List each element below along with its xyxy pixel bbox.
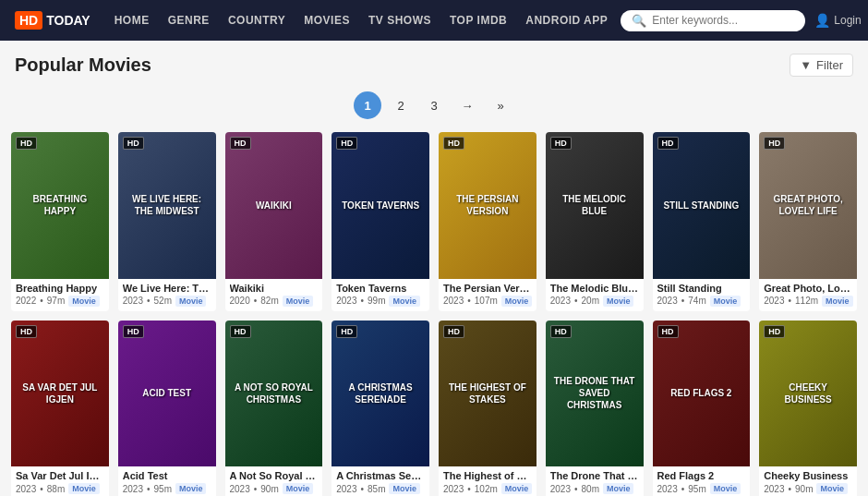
movie-meta: 2023•90mMovie [764, 483, 852, 494]
search-input[interactable] [652, 14, 794, 27]
movie-poster-bg: WE LIVE HERE: THE MIDWEST [118, 132, 216, 279]
movie-duration: 107m [475, 296, 498, 306]
movie-title: Acid Test [123, 470, 211, 481]
movie-type-badge: Movie [389, 483, 420, 494]
movie-card[interactable]: CHEEKY BUSINESSHDCheeky Business2023•90m… [759, 321, 857, 496]
nav-item-genre[interactable]: GENRE [159, 0, 219, 41]
hd-badge: HD [230, 137, 251, 150]
movie-year: 2023 [336, 484, 356, 494]
nav-item-android[interactable]: ANDROID APP [516, 0, 617, 41]
movie-title: A Not So Royal Christmas [230, 470, 319, 481]
movie-meta: 2023•112mMovie [764, 296, 852, 307]
movie-title: Still Standing [657, 283, 746, 294]
movie-year: 2023 [550, 484, 571, 494]
movie-year: 2023 [764, 296, 784, 306]
movie-card[interactable]: ACID TESTHDAcid Test2023•95mMovie [118, 321, 216, 496]
nav-item-tvshows[interactable]: TV SHOWS [359, 0, 440, 41]
movie-title: We Live Here: The Midwest [123, 283, 211, 294]
login-button[interactable]: 👤 Login [814, 13, 861, 28]
movie-duration: 82m [260, 296, 278, 306]
movie-type-badge: Movie [175, 483, 207, 494]
movie-meta: 2023•107mMovie [443, 296, 532, 307]
movie-duration: 74m [688, 296, 705, 306]
movie-duration: 95m [688, 484, 705, 494]
movie-title: Red Flags 2 [657, 470, 746, 481]
dot-separator: • [467, 484, 471, 494]
movie-duration: 20m [582, 296, 599, 306]
hd-badge: HD [550, 137, 572, 150]
page-title: Popular Movies [15, 54, 151, 76]
movie-year: 2023 [657, 296, 678, 306]
movie-card[interactable]: A CHRISTMAS SERENADEHDA Christmas Serena… [332, 321, 429, 496]
movie-year: 2023 [123, 484, 143, 494]
movie-poster-bg: THE HIGHEST OF STAKES [439, 321, 536, 467]
movie-card[interactable]: THE HIGHEST OF STAKESHDThe Highest of St… [439, 321, 536, 496]
search-icon: 🔍 [632, 14, 646, 28]
header: HD TODAY HOMEGENRECOUNTRYMOVIESTV SHOWST… [0, 0, 868, 41]
movie-card[interactable]: BREATHING HAPPYHDBreathing Happy2022•97m… [11, 132, 109, 311]
movie-meta: 2023•85mMovie [336, 483, 425, 494]
nav-item-home[interactable]: HOME [105, 0, 159, 41]
movie-year: 2023 [336, 296, 356, 306]
movie-type-badge: Movie [283, 296, 314, 307]
page-btn-3[interactable]: 3 [420, 91, 448, 119]
movie-duration: 112m [795, 296, 818, 306]
dot-separator: • [361, 484, 365, 494]
movie-title: The Melodic Blue: Baby Ke... [550, 283, 639, 294]
movie-type-badge: Movie [175, 296, 207, 307]
movie-card[interactable]: THE PERSIAN VERSIONHDThe Persian Version… [439, 132, 536, 311]
movie-year: 2023 [123, 296, 143, 306]
movie-year: 2023 [657, 484, 678, 494]
hd-badge: HD [336, 137, 357, 150]
logo[interactable]: HD TODAY [15, 11, 90, 30]
movie-type-badge: Movie [822, 296, 853, 307]
page-header: Popular Movies ▼ Filter [0, 41, 868, 86]
movie-card[interactable]: THE MELODIC BLUEHDThe Melodic Blue: Baby… [546, 132, 644, 311]
movie-poster-bg: THE DRONE THAT SAVED CHRISTMAS [546, 321, 644, 467]
movie-card[interactable]: A NOT SO ROYAL CHRISTMASHDA Not So Royal… [225, 321, 323, 496]
page-btn-2[interactable]: 2 [387, 91, 415, 119]
movie-card[interactable]: STILL STANDINGHDStill Standing2023•74mMo… [653, 132, 751, 311]
movie-year: 2023 [230, 484, 250, 494]
movie-title: Cheeky Business [764, 470, 852, 481]
movie-card[interactable]: TOKEN TAVERNSHDToken Taverns2023•99mMovi… [332, 132, 429, 311]
movie-duration: 88m [47, 484, 65, 494]
movie-title: The Drone That Saved Christmas [550, 470, 639, 481]
movie-year: 2023 [550, 296, 571, 306]
dot-separator: • [40, 484, 43, 494]
movie-title: The Highest of Stakes [443, 470, 532, 481]
movie-poster-bg: THE PERSIAN VERSION [439, 132, 536, 279]
movie-title: Great Photo, Lovely Life [764, 283, 852, 294]
movie-type-badge: Movie [68, 296, 100, 307]
movie-title: A Christmas Serenade [336, 470, 425, 481]
movie-poster-bg: A NOT SO ROYAL CHRISTMAS [225, 321, 323, 467]
dot-separator: • [574, 296, 578, 306]
movie-card[interactable]: WAIKIKIHDWaikiki2020•82mMovie [225, 132, 323, 311]
user-icon: 👤 [814, 13, 830, 28]
movie-meta: 2023•99mMovie [336, 296, 425, 307]
page-btn-1[interactable]: 1 [354, 91, 381, 119]
nav-item-topimdb[interactable]: TOP IMDB [440, 0, 516, 41]
movie-card[interactable]: RED FLAGS 2HDRed Flags 22023•95mMovie [653, 321, 751, 496]
movie-meta: 2023•74mMovie [657, 296, 746, 307]
movie-card[interactable]: GREAT PHOTO, LOVELY LIFEHDGreat Photo, L… [759, 132, 857, 311]
movie-duration: 85m [368, 484, 385, 494]
movie-type-badge: Movie [501, 296, 533, 307]
movie-card[interactable]: WE LIVE HERE: THE MIDWESTHDWe Live Here:… [118, 132, 216, 311]
nav-item-movies[interactable]: MOVIES [295, 0, 359, 41]
movie-card[interactable]: SA VAR DET JUL IGJENHDSa Var Det Jul Igj… [11, 321, 109, 496]
movie-card[interactable]: THE DRONE THAT SAVED CHRISTMASHDThe Dron… [546, 321, 644, 496]
movie-type-badge: Movie [603, 296, 634, 307]
dot-separator: • [40, 296, 43, 306]
hd-badge: HD [657, 137, 679, 150]
page-btn-→[interactable]: → [453, 91, 481, 119]
hd-badge: HD [16, 325, 37, 338]
hd-badge: HD [550, 325, 572, 338]
movie-poster-bg: ACID TEST [118, 321, 216, 467]
movie-year: 2020 [230, 296, 250, 306]
movie-title: Breathing Happy [16, 283, 104, 294]
page-btn-»[interactable]: » [487, 91, 514, 119]
nav-item-country[interactable]: COUNTRY [219, 0, 295, 41]
filter-button[interactable]: ▼ Filter [790, 54, 853, 77]
movie-poster-bg: RED FLAGS 2 [653, 321, 751, 467]
